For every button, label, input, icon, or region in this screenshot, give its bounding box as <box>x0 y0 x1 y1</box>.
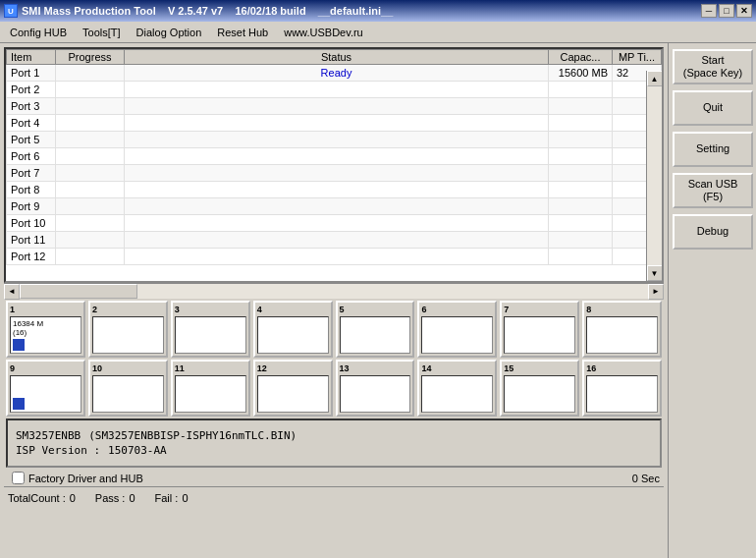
port-card-12: 12 <box>253 360 333 417</box>
cell-progress <box>56 82 125 98</box>
port-card-inner <box>586 375 658 413</box>
table-row: Port 9 <box>7 198 662 215</box>
port-card-indicator <box>13 398 25 410</box>
port-card-6: 6 <box>417 301 497 358</box>
col-header-capacity: Capac... <box>549 50 613 65</box>
h-scroll-thumb[interactable] <box>20 284 137 299</box>
isp-version: 150703-AA <box>108 444 167 457</box>
cell-item: Port 7 <box>7 165 56 182</box>
cell-status <box>125 232 549 249</box>
horizontal-scrollbar[interactable]: ◄ ► <box>4 283 664 299</box>
cell-item: Port 2 <box>7 82 56 98</box>
scroll-right-arrow[interactable]: ► <box>648 284 664 300</box>
port-card-label: 5 <box>340 305 345 314</box>
cell-capacity <box>549 198 613 215</box>
table-row: Port 3 <box>7 98 662 115</box>
title-text: SMI Mass Production Tool V 2.5.47 v7 16/… <box>22 5 393 17</box>
factory-checkbox[interactable] <box>12 472 25 484</box>
minimize-button[interactable]: ─ <box>701 4 717 18</box>
port-card-label: 3 <box>175 305 180 314</box>
cell-progress <box>56 98 125 115</box>
port-card-label: 15 <box>504 363 513 373</box>
maximize-button[interactable]: □ <box>719 4 734 18</box>
table-row: Port 11 <box>7 232 662 249</box>
port-card-inner <box>421 316 493 354</box>
port-card-label: 14 <box>421 363 431 373</box>
info-bar: SM3257ENBB (SM3257ENBBISP-ISPHY16nmTLC.B… <box>6 418 662 468</box>
menu-dialog-option[interactable]: Dialog Option <box>129 25 210 40</box>
port-card-13: 13 <box>336 360 415 417</box>
port-card-label: 13 <box>340 363 350 373</box>
port-card-inner <box>10 375 81 413</box>
cell-status <box>125 148 549 165</box>
port-grid-row2: 910111213141516 <box>4 358 664 417</box>
cell-item: Port 4 <box>7 115 56 132</box>
scan-usb-button[interactable]: Scan USB(F5) <box>673 173 753 208</box>
quit-button[interactable]: Quit <box>673 90 753 126</box>
port-card-inner <box>340 375 411 413</box>
scroll-left-arrow[interactable]: ◄ <box>4 284 20 300</box>
port-card-7: 7 <box>500 301 579 358</box>
port-card-inner <box>586 316 658 354</box>
port-card-inner <box>92 375 164 413</box>
left-panel: Item Progress Status Capac... MP Ti... P… <box>0 43 668 558</box>
cell-capacity <box>549 82 613 98</box>
port-card-label: 8 <box>586 305 591 314</box>
table-body: Port 1Ready15600 MB32Port 2Port 3Port 4P… <box>7 65 662 266</box>
port-card-1: 116384 M(16) <box>6 301 85 358</box>
port-card-label: 7 <box>504 305 509 314</box>
cell-item: Port 12 <box>7 249 56 265</box>
port-card-label: 9 <box>10 363 15 373</box>
port-card-inner <box>175 375 246 413</box>
cell-capacity <box>549 165 613 182</box>
close-button[interactable]: ✕ <box>736 4 752 18</box>
table-row: Port 10 <box>7 215 662 232</box>
table-row: Port 13 <box>7 265 662 266</box>
cell-progress <box>56 215 125 232</box>
chip-model: SM3257ENBB <box>16 429 81 442</box>
setting-button[interactable]: Setting <box>673 132 753 167</box>
cell-item: Port 5 <box>7 132 56 148</box>
h-scroll-track[interactable] <box>20 284 648 299</box>
factory-area: Factory Driver and HUB <box>8 472 147 484</box>
status-fail: Fail : 0 <box>155 492 189 504</box>
scroll-up-arrow[interactable]: ▲ <box>647 71 663 86</box>
port-card-label: 1 <box>10 305 15 314</box>
table-row: Port 2 <box>7 82 662 98</box>
col-header-mp: MP Ti... <box>613 50 662 65</box>
col-header-progress: Progress <box>56 50 125 65</box>
menu-reset-hub[interactable]: Reset Hub <box>209 25 276 40</box>
cell-status <box>125 115 549 132</box>
port-card-inner <box>504 316 575 354</box>
cell-capacity <box>549 132 613 148</box>
vertical-scrollbar[interactable]: ▲ ▼ <box>646 71 662 281</box>
port-card-5: 5 <box>336 301 415 358</box>
app-icon: U <box>4 4 18 18</box>
cell-item: Port 11 <box>7 232 56 249</box>
port-card-label: 12 <box>257 363 267 373</box>
isp-label: ISP Version : <box>16 444 100 457</box>
cell-status: Ready <box>125 65 549 82</box>
menu-config-hub[interactable]: Config HUB <box>2 25 75 40</box>
right-panel: Start(Space Key) Quit Setting Scan USB(F… <box>668 43 756 558</box>
cell-progress <box>56 148 125 165</box>
cell-status <box>125 182 549 198</box>
cell-item: Port 9 <box>7 198 56 215</box>
port-card-inner <box>175 316 246 354</box>
debug-button[interactable]: Debug <box>673 214 753 250</box>
cell-progress <box>56 265 125 266</box>
port-card-label: 10 <box>92 363 102 373</box>
cell-capacity <box>549 215 613 232</box>
port-card-label: 16 <box>586 363 596 373</box>
chip-file: (SM3257ENBBISP-ISPHY16nmTLC.BIN) <box>88 429 297 442</box>
scroll-track[interactable] <box>647 86 662 265</box>
menu-usbdev[interactable]: www.USBDev.ru <box>276 25 370 40</box>
menu-tools[interactable]: Tools[T] <box>75 25 129 40</box>
port-card-inner <box>92 316 164 354</box>
start-button[interactable]: Start(Space Key) <box>673 49 753 84</box>
scroll-down-arrow[interactable]: ▼ <box>647 265 663 281</box>
port-card-14: 14 <box>417 360 497 417</box>
port-card-11: 11 <box>171 360 250 417</box>
factory-label: Factory Driver and HUB <box>28 473 143 484</box>
cell-progress <box>56 115 125 132</box>
